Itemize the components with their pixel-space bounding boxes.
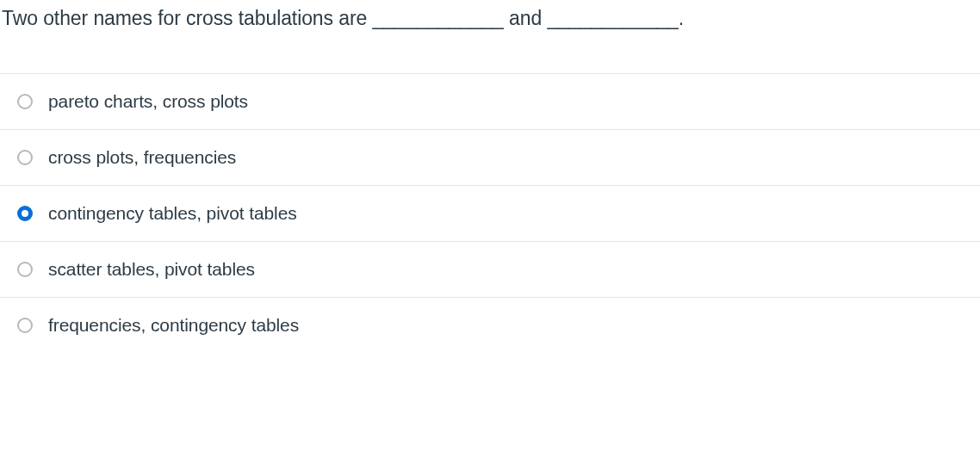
option-row[interactable]: scatter tables, pivot tables <box>0 241 980 297</box>
option-row[interactable]: pareto charts, cross plots <box>0 73 980 129</box>
radio-icon[interactable] <box>17 150 33 165</box>
option-label: cross plots, frequencies <box>48 147 236 168</box>
option-row[interactable]: cross plots, frequencies <box>0 129 980 185</box>
option-label: pareto charts, cross plots <box>48 91 248 112</box>
radio-icon[interactable] <box>17 206 33 221</box>
option-label: contingency tables, pivot tables <box>48 203 297 224</box>
question-container: Two other names for cross tabulations ar… <box>0 0 980 353</box>
radio-icon[interactable] <box>17 318 33 333</box>
option-label: frequencies, contingency tables <box>48 315 299 336</box>
radio-icon[interactable] <box>17 262 33 277</box>
radio-icon[interactable] <box>17 94 33 109</box>
options-list: pareto charts, cross plots cross plots, … <box>0 73 980 353</box>
option-row[interactable]: contingency tables, pivot tables <box>0 185 980 241</box>
option-row[interactable]: frequencies, contingency tables <box>0 297 980 353</box>
option-label: scatter tables, pivot tables <box>48 259 255 280</box>
question-text: Two other names for cross tabulations ar… <box>0 7 980 73</box>
